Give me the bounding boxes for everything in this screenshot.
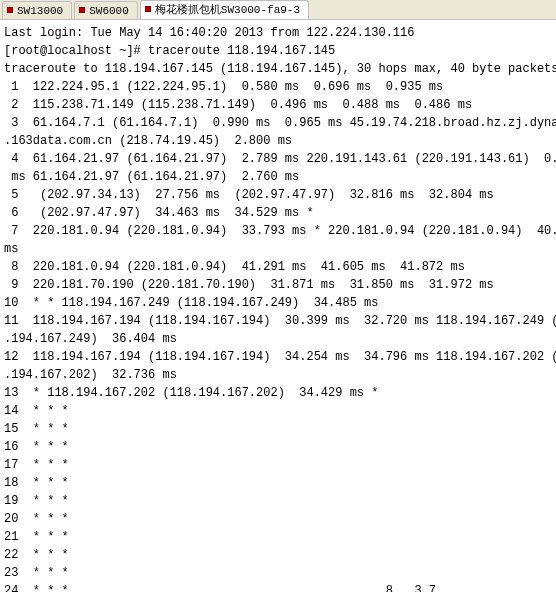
tab-label: SW6000 [89, 2, 129, 20]
tab-marker-icon [145, 6, 151, 12]
terminal-line: 7 220.181.0.94 (220.181.0.94) 33.793 ms … [4, 222, 552, 240]
terminal-line: .194.167.249) 36.404 ms [4, 330, 552, 348]
terminal-line: 23 * * * [4, 564, 552, 582]
terminal-line: 1 122.224.95.1 (122.224.95.1) 0.580 ms 0… [4, 78, 552, 96]
terminal-line: 5 (202.97.34.13) 27.756 ms (202.97.47.97… [4, 186, 552, 204]
tab-label: 梅花楼抓包机SW3000-fa9-3 [155, 1, 300, 19]
terminal-line: 20 * * * [4, 510, 552, 528]
terminal-line: 8 220.181.0.94 (220.181.0.94) 41.291 ms … [4, 258, 552, 276]
tab-sw13000[interactable]: SW13000 [2, 1, 72, 19]
terminal-line: 2 115.238.71.149 (115.238.71.149) 0.496 … [4, 96, 552, 114]
terminal-line: Last login: Tue May 14 16:40:20 2013 fro… [4, 24, 552, 42]
terminal-line: 16 * * * [4, 438, 552, 456]
terminal-line: ms [4, 240, 552, 258]
terminal-line: traceroute to 118.194.167.145 (118.194.1… [4, 60, 552, 78]
terminal-line: 15 * * * [4, 420, 552, 438]
terminal-line: 13 * 118.194.167.202 (118.194.167.202) 3… [4, 384, 552, 402]
terminal-line: 6 (202.97.47.97) 34.463 ms 34.529 ms * [4, 204, 552, 222]
tab-sw6000[interactable]: SW6000 [74, 1, 138, 19]
terminal-line: .194.167.202) 32.736 ms [4, 366, 552, 384]
terminal-line: 18 * * * [4, 474, 552, 492]
terminal-output: Last login: Tue May 14 16:40:20 2013 fro… [0, 20, 556, 592]
tab-marker-icon [79, 7, 85, 13]
tab-sw3000[interactable]: 梅花楼抓包机SW3000-fa9-3 [140, 0, 309, 19]
terminal-line: .163data.com.cn (218.74.19.45) 2.800 ms [4, 132, 552, 150]
terminal-line: 21 * * * [4, 528, 552, 546]
terminal-line: 17 * * * [4, 456, 552, 474]
tab-marker-icon [7, 7, 13, 13]
terminal-line: 10 * * 118.194.167.249 (118.194.167.249)… [4, 294, 552, 312]
terminal-line: [root@localhost ~]# traceroute 118.194.1… [4, 42, 552, 60]
terminal-line: 14 * * * [4, 402, 552, 420]
terminal-line: 11 118.194.167.194 (118.194.167.194) 30.… [4, 312, 552, 330]
terminal-line: 22 * * * [4, 546, 552, 564]
tab-label: SW13000 [17, 2, 63, 20]
terminal-line: 12 118.194.167.194 (118.194.167.194) 34.… [4, 348, 552, 366]
terminal-line: 19 * * * [4, 492, 552, 510]
terminal-line: 9 220.181.70.190 (220.181.70.190) 31.871… [4, 276, 552, 294]
tab-bar: SW13000 SW6000 梅花楼抓包机SW3000-fa9-3 [0, 0, 556, 20]
terminal-line: 3 61.164.7.1 (61.164.7.1) 0.990 ms 0.965… [4, 114, 552, 132]
terminal-line: 4 61.164.21.97 (61.164.21.97) 2.789 ms 2… [4, 150, 552, 168]
terminal-line: ms 61.164.21.97 (61.164.21.97) 2.760 ms [4, 168, 552, 186]
terminal-line: 24 * * * 8 3.7 [4, 582, 552, 592]
